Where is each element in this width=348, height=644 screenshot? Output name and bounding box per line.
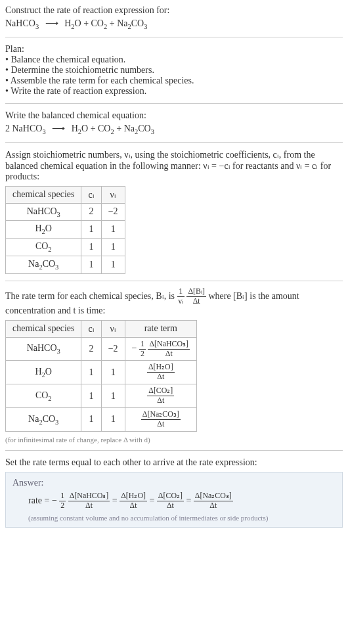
cell-ci: 1	[81, 256, 101, 273]
col-nui: νᵢ	[101, 320, 125, 337]
frac-den: Δt	[68, 501, 110, 510]
table-row: CO2 1 1	[6, 239, 125, 256]
sign: −	[132, 343, 137, 353]
unbalanced-rhs: H2O + CO2 + Na2CO3	[64, 18, 147, 28]
equals-sign: =	[112, 495, 120, 505]
rate-term-paragraph: The rate term for each chemical species,…	[5, 288, 343, 316]
divider	[5, 103, 343, 104]
balanced-rhs: H2O + CO2 + Na2CO3	[72, 124, 154, 133]
plan-heading: Plan:	[5, 44, 343, 55]
arrow-icon: ⟶	[48, 124, 69, 133]
stoich-paragraph: Assign stoichiometric numbers, νᵢ, using…	[5, 149, 343, 182]
col-nui: νᵢ	[101, 186, 125, 203]
cell-nui: 1	[101, 239, 125, 256]
plan-item: • Assemble the rate term for each chemic…	[5, 76, 343, 86]
frac-num: Δ[H₂O]	[147, 363, 175, 373]
frac-num: Δ[Bᵢ]	[186, 288, 206, 297]
plan-item-text: Balance the chemical equation.	[11, 55, 125, 64]
answer-expression: rate = − 12 Δ[NaHCO₃]Δt = Δ[H₂O]Δt = Δ[C…	[28, 492, 336, 510]
frac-dBi-dt: Δ[Bᵢ] Δt	[186, 288, 206, 306]
plan-item-text: Determine the stoichiometric numbers.	[11, 65, 154, 75]
cell-ci: 1	[81, 408, 101, 432]
rate-term-table: chemical species cᵢ νᵢ rate term NaHCO3 …	[5, 320, 197, 432]
col-ci: cᵢ	[81, 186, 101, 203]
equals-sign: =	[186, 495, 193, 505]
infinitesimal-note: (for infinitesimal rate of change, repla…	[5, 436, 343, 444]
frac-num: Δ[CO₂]	[157, 492, 184, 501]
frac-num: Δ[H₂O]	[120, 492, 147, 501]
divider	[5, 37, 343, 37]
table-header-row: chemical species cᵢ νᵢ	[6, 186, 125, 203]
cell-ci: 1	[81, 221, 101, 239]
plan-item: • Balance the chemical equation.	[5, 55, 343, 65]
frac-num: Δ[NaHCO₃]	[68, 492, 110, 501]
cell-nui: 1	[101, 221, 125, 239]
table-row: Na2CO3 1 1 Δ[Na₂CO₃]Δt	[6, 408, 197, 432]
cell-rate-term: Δ[H₂O]Δt	[125, 361, 196, 384]
cell-species: CO2	[6, 384, 81, 408]
text-fragment: The rate term for each chemical species,…	[5, 290, 177, 300]
balanced-heading: Write the balanced chemical equation:	[5, 110, 343, 121]
equals-sign: =	[149, 495, 156, 505]
frac-den: 2	[59, 501, 66, 510]
frac-num: 1	[177, 288, 185, 297]
balanced-equation: 2 NaHCO3 ⟶ H2O + CO2 + Na2CO3	[5, 123, 343, 135]
frac-den: Δt	[147, 396, 174, 405]
conc-frac: Δ[H₂O]Δt	[120, 492, 147, 510]
plan-item-text: Write the rate of reaction expression.	[11, 86, 146, 96]
cell-rate-term: Δ[Na₂CO₃]Δt	[125, 408, 196, 432]
frac-num: 1	[59, 492, 66, 501]
frac-num: Δ[Na₂CO₃]	[194, 492, 233, 501]
col-species: chemical species	[6, 186, 81, 203]
frac-num: Δ[NaHCO₃]	[148, 340, 190, 350]
table-row: NaHCO3 2 −2	[6, 203, 125, 221]
cell-species: NaHCO3	[6, 337, 81, 361]
answer-box: Answer: rate = − 12 Δ[NaHCO₃]Δt = Δ[H₂O]…	[5, 472, 343, 528]
plan-item: • Write the rate of reaction expression.	[5, 86, 343, 97]
coeff-frac: 12	[59, 492, 66, 510]
stoich-table: chemical species cᵢ νᵢ NaHCO3 2 −2 H2O 1…	[5, 186, 125, 274]
cell-nui: 1	[101, 408, 125, 432]
conc-frac: Δ[NaHCO₃]Δt	[68, 492, 110, 510]
cell-species: NaHCO3	[6, 203, 81, 221]
cell-ci: 1	[81, 361, 101, 384]
frac-den: Δt	[186, 297, 206, 306]
cell-species: H2O	[6, 361, 81, 384]
frac-den: Δt	[120, 501, 147, 510]
answer-note: (assuming constant volume and no accumul…	[28, 514, 336, 522]
table-row: CO2 1 1 Δ[CO₂]Δt	[6, 384, 197, 408]
conc-frac: Δ[CO₂]Δt	[157, 492, 184, 510]
frac-den: Δt	[148, 350, 190, 358]
frac-num: 1	[139, 340, 146, 350]
frac-den: 2	[139, 350, 146, 358]
col-species: chemical species	[6, 320, 81, 337]
arrow-icon: ⟶	[41, 18, 62, 28]
cell-species: CO2	[6, 239, 81, 256]
divider	[5, 450, 343, 451]
rate-equals: rate = −	[28, 495, 57, 505]
frac-den: νᵢ	[177, 297, 185, 306]
cell-nui: −2	[101, 337, 125, 361]
conc-frac: Δ[H₂O]Δt	[147, 363, 175, 381]
frac-one-over-nu: 1 νᵢ	[177, 288, 185, 306]
conc-frac: Δ[CO₂]Δt	[147, 387, 174, 405]
cell-species: Na2CO3	[6, 256, 81, 273]
plan-item: • Determine the stoichiometric numbers.	[5, 65, 343, 76]
answer-label: Answer:	[12, 478, 336, 488]
cell-species: Na2CO3	[6, 408, 81, 432]
cell-rate-term: − 12 Δ[NaHCO₃]Δt	[125, 337, 196, 361]
balanced-lhs: 2 NaHCO3	[5, 124, 46, 133]
unbalanced-lhs: NaHCO3	[5, 18, 39, 28]
frac-den: Δt	[141, 420, 181, 428]
frac-den: Δt	[157, 501, 184, 510]
conc-frac: Δ[Na₂CO₃]Δt	[194, 492, 233, 510]
divider	[5, 281, 343, 281]
cell-nui: 1	[101, 361, 125, 384]
coeff-frac: 12	[139, 340, 146, 358]
frac-den: Δt	[194, 501, 233, 510]
prompt-line-1: Construct the rate of reaction expressio…	[5, 5, 343, 16]
conc-frac: Δ[NaHCO₃]Δt	[148, 340, 190, 358]
cell-ci: 2	[81, 337, 101, 361]
plan-item-text: Assemble the rate term for each chemical…	[11, 76, 194, 85]
table-row: Na2CO3 1 1	[6, 256, 125, 273]
